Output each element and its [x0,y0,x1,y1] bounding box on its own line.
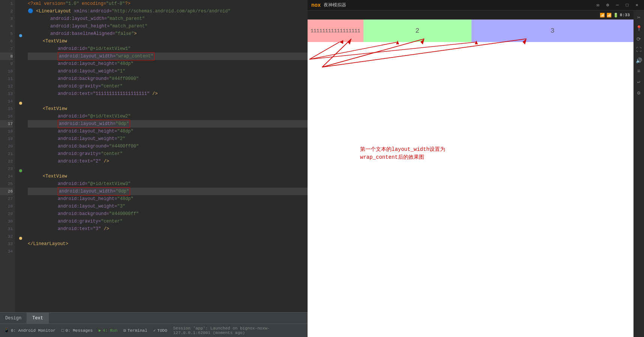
code-line-23 [28,165,308,173]
code-line-16: android:id="@+id/textView2" [28,113,308,120]
code-line-21: android:gravity="center" [28,150,308,158]
code-line-33: </LinearLayout> [28,240,308,248]
boxes-row: 11111111111111111 2 3 [308,20,633,42]
status-bar: 📱 6: Android Monitor □ 0: Messages ▶ 4: … [0,323,308,337]
svg-line-0 [322,39,351,67]
code-line-29: android:background="#440000ff" [28,210,308,218]
status-messages[interactable]: □ 0: Messages [62,328,93,333]
phone-wrapper: 📶 📶 🔋 8:33 11111111111111111 2 3 [308,11,644,337]
code-line-11: android:background="#44ff0000" [28,75,308,83]
svg-line-7 [309,42,398,59]
nox-email-btn[interactable]: ✉ [594,2,601,9]
annotation-text: 第一个文本的layout_width设置为 wrap_content后的效果图 [360,146,445,161]
code-line-28: android:layout_weight="3" [28,203,308,210]
code-line-13: android:text="1111111111111111111" /> [28,90,308,98]
android-statusbar: 📶 📶 🔋 8:33 [308,11,633,20]
sidebar-fullscreen-icon[interactable]: ⛶ [636,47,641,53]
sidebar-location-icon[interactable]: 📍 [636,25,642,32]
monitor-icon: 📱 [4,328,9,333]
svg-line-4 [322,39,527,67]
code-line-10: android:layout_weight="1" [28,68,308,75]
signal-icon: 📶 [606,13,612,18]
code-line-30: android:gravity="center" [28,218,308,225]
code-line-14 [28,98,308,105]
sidebar-settings2-icon[interactable]: ⚙ [637,90,640,96]
arrows-overlay [308,11,633,337]
nox-titlebar: nox 夜神模拟器 ✉ ⚙ — □ ✕ [308,0,644,11]
android-status-icons: 📶 📶 🔋 8:33 [600,13,630,18]
nox-close-btn[interactable]: ✕ [633,2,640,9]
svg-line-9 [309,42,476,59]
arrows-svg [308,11,633,337]
phone-screen: 📶 📶 🔋 8:33 11111111111111111 2 3 [308,11,633,337]
redbox-line8: android:layout_width="wrap_content" [58,52,155,60]
code-line-2: 🔵 <LinearLayout xmlns:android="http://sc… [28,8,308,15]
status-todo[interactable]: ✓ TODO [153,328,167,333]
gutter [15,0,26,312]
nox-maximize-btn[interactable]: □ [624,2,630,9]
gutter-dot-yellow-2 [19,237,22,240]
sidebar-rotate-icon[interactable]: ⟳ [636,36,641,42]
svg-line-2 [322,39,424,67]
box2: 2 [363,20,471,42]
code-line-22: android:text="2" /> [28,158,308,165]
code-area: 1 2 3 4 5 6 7 8 9 10 11 12 13 14 15 16 1… [0,0,308,312]
code-line-5: android:baselineAligned="false"> [28,30,308,38]
code-line-1: <?xml version="1.0" encoding="utf-8"?> [28,0,308,8]
code-line-9: android:layout_height="48dp" [28,60,308,68]
code-line-7: android:id="@+id/textView1" [28,45,308,53]
code-line-34 [28,248,308,255]
clock: 8:33 [620,13,630,17]
gutter-dot-yellow-1 [19,102,22,105]
annotation-line1: 第一个文本的layout_width设置为 [360,146,445,153]
code-line-25: android:id="@+id/textView3" [28,180,308,188]
code-line-18: android:layout_height="48dp" [28,128,308,135]
tab-design[interactable]: Design [0,313,27,323]
redbox-line26: android:layout_width="0dp" [58,187,130,196]
editor-panel: 1 2 3 4 5 6 7 8 9 10 11 12 13 14 15 16 1… [0,0,308,337]
code-line-12: android:gravity="center" [28,83,308,90]
terminal-icon: ⊡ [123,328,126,333]
main-container: 1 2 3 4 5 6 7 8 9 10 11 12 13 14 15 16 1… [0,0,644,337]
messages-icon: □ [62,328,64,333]
nox-app-title: 夜神模拟器 [324,2,594,8]
code-line-24: <TextView [28,173,308,180]
nox-window-controls: ✉ ⚙ — □ ✕ [594,2,640,9]
sidebar-back-icon[interactable]: ↩ [637,79,640,85]
gutter-dot-blue [19,34,22,37]
code-line-19: android:layout_weight="2" [28,135,308,143]
code-line-3: android:layout_width="match_parent" [28,15,308,23]
code-line-26: android:layout_width="0dp" [28,188,308,195]
battery-icon: 🔋 [613,13,618,18]
todo-icon: ✓ [153,328,156,333]
editor-bottom-tabs: Design Text [0,312,308,323]
nox-logo: nox [311,2,321,8]
box1: 11111111111111111 [308,20,363,42]
code-line-4: android:layout_height="match_parent" [28,23,308,30]
status-terminal[interactable]: ⊡ Terminal [123,328,147,333]
annotation-line2: wrap_content后的效果图 [360,153,445,161]
code-line-17: android:layout_width="0dp" [28,120,308,128]
wifi-icon: 📶 [600,13,605,18]
code-line-8: android:layout_width="wrap_content" [28,53,308,60]
redbox-line17: android:layout_width="0dp" [58,120,130,128]
phone-sidebar: ✂ 📍 ⟳ ⛶ 🔊 ≡ ↩ ⚙ [633,11,644,337]
nox-minimize-btn[interactable]: — [614,2,621,9]
code-line-32 [28,233,308,240]
code-line-6: <TextView [28,38,308,45]
sidebar-volume-icon[interactable]: 🔊 [636,57,642,64]
status-run[interactable]: ▶ 4: Run [99,328,117,333]
tab-text[interactable]: Text [27,313,49,323]
phone-panel: nox 夜神模拟器 ✉ ⚙ — □ ✕ 📶 📶 🔋 8:33 [308,0,644,337]
code-content[interactable]: <?xml version="1.0" encoding="utf-8"?> 🔵… [26,0,308,312]
session-text: Session 'app': Launched on bignox-noxw-1… [173,326,304,335]
sidebar-scissors-icon[interactable]: ✂ [637,14,640,21]
run-icon: ▶ [99,328,101,333]
sidebar-layers-icon[interactable]: ≡ [637,68,640,74]
code-line-20: android:background="#4400ff00" [28,143,308,150]
svg-line-6 [309,42,339,59]
box3: 3 [471,20,633,42]
gutter-dot-green [19,169,22,172]
nox-settings-btn[interactable]: ⚙ [604,2,611,9]
status-monitor[interactable]: 📱 6: Android Monitor [4,328,56,333]
